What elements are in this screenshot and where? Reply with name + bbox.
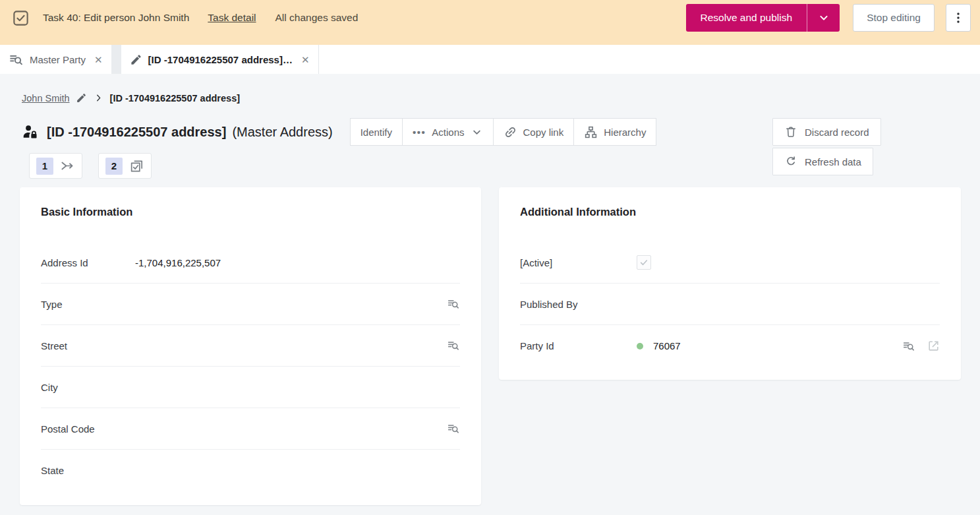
link-icon	[504, 125, 517, 139]
discard-record-button[interactable]: Discard record	[772, 118, 881, 146]
tab-divider	[111, 45, 121, 74]
tasks-badge-button[interactable]: 2	[98, 153, 152, 179]
badge-count: 2	[105, 158, 123, 175]
trash-icon	[784, 125, 797, 138]
task-title: Task 40: Edit person John Smith	[43, 12, 189, 24]
resolve-options-dropdown-button[interactable]	[807, 4, 840, 32]
active-checkbox-disabled	[637, 255, 651, 270]
record-type-label: (Master Address)	[232, 125, 332, 139]
badge-count: 1	[36, 158, 53, 175]
explore-eq-icon[interactable]	[447, 339, 460, 352]
field-label: State	[41, 465, 135, 476]
record-detail-page: John Smith [ID -1704916225507 address] […	[0, 92, 980, 505]
field-row-postal-code: Postal Code	[41, 408, 460, 450]
close-icon[interactable]: ✕	[94, 55, 103, 65]
explore-eq-icon	[9, 52, 24, 67]
record-action-buttons: Identify ••• Actions Copy link	[350, 118, 657, 146]
stacked-check-icon	[129, 158, 144, 173]
record-title: [ID -1704916225507 address]	[47, 125, 226, 139]
field-row-city: City	[41, 367, 460, 408]
field-label: Address Id	[41, 257, 135, 268]
refresh-data-label: Refresh data	[805, 156, 861, 167]
field-row-street: Street	[41, 325, 460, 367]
card-title: Basic Information	[41, 206, 460, 218]
breadcrumb-current: [ID -1704916225507 address]	[110, 93, 241, 104]
task-checkbox-icon	[12, 9, 30, 27]
open-in-new-icon	[927, 340, 940, 352]
field-label: Published By	[520, 299, 637, 310]
additional-information-card: Additional Information [Active] Publishe…	[499, 187, 961, 380]
identify-button[interactable]: Identify	[350, 118, 403, 146]
field-label: [Active]	[520, 257, 637, 268]
title-row: [ID -1704916225507 address](Master Addre…	[22, 117, 980, 146]
field-value: -1,704,916,225,507	[135, 257, 221, 268]
tab-label: Master Party	[30, 54, 86, 65]
pencil-icon	[130, 53, 142, 66]
status-dot-green	[637, 343, 643, 349]
explore-eq-icon[interactable]	[902, 340, 915, 353]
hierarchy-button[interactable]: Hierarchy	[573, 118, 656, 146]
field-row-party-id: Party Id 76067	[520, 325, 940, 367]
field-row-address-id: Address Id -1,704,916,225,507	[41, 242, 460, 284]
copy-link-button[interactable]: Copy link	[493, 118, 575, 146]
refresh-icon	[784, 155, 797, 168]
tab-bar: Master Party ✕ [ID -1704916225507 addres…	[0, 45, 980, 74]
record-header: [ID -1704916225507 address](Master Addre…	[0, 117, 980, 179]
field-row-active: [Active]	[520, 242, 940, 284]
resolve-publish-split-button: Resolve and publish	[686, 4, 840, 32]
stop-editing-button[interactable]: Stop editing	[853, 4, 935, 32]
pencil-icon	[76, 92, 87, 104]
person-lock-icon	[22, 123, 39, 140]
tab-address-record[interactable]: [ID -1704916225507 address]… ✕	[121, 45, 319, 74]
breadcrumb-parent-link[interactable]: John Smith	[22, 93, 70, 104]
merge-icon	[60, 158, 75, 173]
breadcrumb: John Smith [ID -1704916225507 address]	[22, 92, 980, 104]
field-row-state: State	[41, 450, 460, 491]
actions-menu-button[interactable]: ••• Actions	[402, 118, 493, 146]
field-label: Party Id	[520, 340, 637, 351]
field-value: 76067	[653, 340, 681, 351]
close-icon[interactable]: ✕	[301, 55, 310, 65]
kebab-menu-icon	[951, 11, 966, 25]
card-title: Additional Information	[520, 206, 940, 218]
ellipsis-icon: •••	[413, 127, 426, 138]
tab-master-party[interactable]: Master Party ✕	[0, 45, 111, 74]
hierarchy-icon	[584, 125, 598, 139]
field-row-published-by: Published By	[520, 284, 940, 325]
basic-information-card: Basic Information Address Id -1,704,916,…	[20, 187, 481, 505]
hierarchy-label: Hierarchy	[604, 127, 646, 138]
tab-label: [ID -1704916225507 address]…	[148, 54, 293, 65]
discard-record-label: Discard record	[805, 127, 869, 138]
more-options-button[interactable]	[946, 4, 971, 32]
chevron-right-icon	[93, 92, 104, 104]
actions-label: Actions	[432, 127, 464, 138]
detail-cards: Basic Information Address Id -1,704,916,…	[20, 187, 961, 505]
save-status: All changes saved	[275, 12, 359, 24]
basic-information-rows: Address Id -1,704,916,225,507 Type Stree…	[41, 242, 460, 491]
resolve-and-publish-button[interactable]: Resolve and publish	[686, 4, 807, 32]
chevron-down-icon	[817, 11, 830, 24]
identify-label: Identify	[360, 127, 392, 138]
chevron-down-icon	[471, 126, 483, 138]
page-title: [ID -1704916225507 address](Master Addre…	[47, 125, 333, 140]
field-label: City	[41, 382, 135, 393]
explore-eq-icon[interactable]	[447, 422, 460, 435]
additional-information-rows: [Active] Published By Party Id 76067	[520, 242, 940, 367]
task-bar: Task 40: Edit person John Smith Task det…	[0, 0, 980, 45]
task-detail-link[interactable]: Task detail	[208, 12, 256, 24]
explore-eq-icon[interactable]	[447, 297, 460, 311]
field-label: Postal Code	[41, 423, 135, 435]
field-label: Street	[41, 340, 135, 351]
field-label: Type	[41, 299, 135, 310]
merge-badge-button[interactable]: 1	[29, 153, 82, 179]
record-side-buttons: Discard record Refresh data	[772, 118, 881, 175]
copy-link-label: Copy link	[523, 127, 564, 138]
field-row-type: Type	[41, 284, 460, 325]
refresh-data-button[interactable]: Refresh data	[772, 148, 873, 175]
